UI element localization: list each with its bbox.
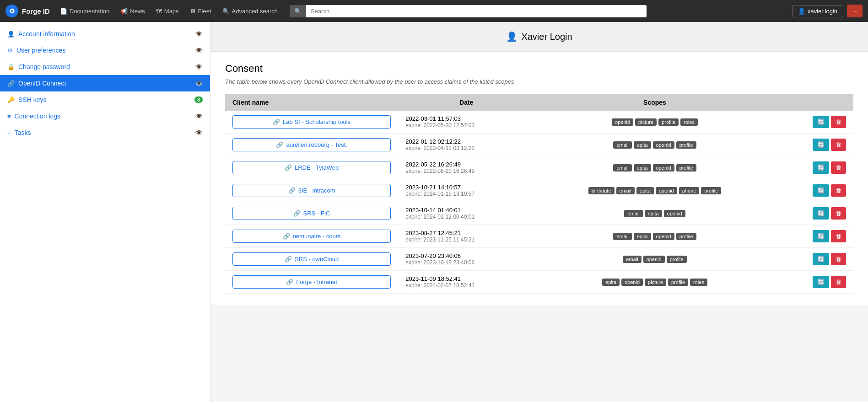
sidebar-item-openid-connect[interactable]: 🔗 OpenID Connect 👁️ (0, 75, 210, 91)
brand[interactable]: ⚙ Forge ID (5, 5, 50, 17)
delete-consent-button[interactable]: 🗑 (831, 139, 846, 151)
scopes-cell: emailopenidprofile (534, 248, 775, 271)
eye-icon: 👁️ (195, 80, 203, 87)
scope-badge: email (624, 210, 642, 217)
scope-badge: epita (636, 187, 654, 194)
date-expire: expire: 2024-01-19 13:10:57 (405, 191, 527, 197)
delete-consent-button[interactable]: 🗑 (831, 207, 846, 220)
search-icon-button[interactable]: 🔍 (290, 5, 306, 17)
refresh-token-button[interactable]: 🔄 (813, 116, 829, 128)
delete-consent-button[interactable]: 🗑 (831, 230, 846, 242)
client-button[interactable]: 🔗SRS - FIC (232, 207, 391, 220)
eye-icon: 👁️ (195, 30, 203, 38)
user-button[interactable]: 👤 xavier.login (792, 5, 843, 17)
maps-icon: 🗺 (156, 8, 162, 15)
logout-button[interactable]: → (847, 5, 863, 17)
refresh-token-button[interactable]: 🔄 (813, 184, 829, 197)
client-button[interactable]: 🔗SRS - ownCloud (232, 252, 391, 266)
scopes-cell: birthdateemailepitaopenidphoneprofile (534, 179, 775, 202)
scope-badge: epita (645, 210, 662, 217)
scope-badge: email (613, 141, 631, 149)
date-cell: 2023-10-14 01:40:01expire: 2024-01-12 00… (398, 202, 534, 225)
delete-consent-button[interactable]: 🗑 (831, 161, 846, 174)
scope-badge: email (613, 164, 631, 172)
date-main: 2023-10-21 14:10:57 (405, 184, 527, 191)
nav-documentation[interactable]: 📄 Documentation (55, 6, 114, 16)
sidebar: 👤 Account information 👁️ ⚙ User preferen… (0, 22, 210, 402)
ssh-badge: 8 (194, 96, 203, 103)
client-link-icon: 🔗 (276, 141, 283, 148)
client-cell: 🔗SRS - FIC (225, 202, 398, 225)
client-button[interactable]: 🔗Lab SI - Scholarship tools (232, 115, 391, 129)
scopes-cell: emailepitaopenidprofile (534, 134, 775, 156)
nav-maps[interactable]: 🗺 Maps (151, 6, 183, 16)
client-link-icon: 🔗 (293, 210, 301, 217)
delete-consent-button[interactable]: 🗑 (831, 116, 846, 128)
scope-badge: profile (701, 187, 721, 194)
client-button[interactable]: 🔗LRDE - TylaWeb (232, 161, 391, 174)
delete-consent-button[interactable]: 🗑 (831, 253, 846, 265)
eye-icon: 👁️ (195, 113, 203, 120)
openid-icon: 🔗 (7, 80, 15, 87)
refresh-token-button[interactable]: 🔄 (813, 253, 829, 265)
date-expire: expire: 2023-10-18 23:40:06 (405, 259, 527, 266)
sidebar-item-change-password[interactable]: 🔒 Change password 👁️ (0, 59, 210, 75)
client-button[interactable]: 🔗aurelien.rebourg - Test. (232, 138, 391, 151)
refresh-token-button[interactable]: 🔄 (813, 276, 829, 288)
date-main: 2023-11-09 18:52:41 (405, 275, 527, 282)
scope-badge: profile (676, 164, 696, 172)
client-link-icon: 🔗 (283, 233, 290, 240)
date-cell: 2023-11-09 18:52:41expire: 2024-02-07 18… (398, 271, 534, 294)
client-button[interactable]: 🔗3IE - intracom (232, 184, 391, 197)
user-icon: 👤 (798, 8, 805, 15)
scope-badge: openid (653, 141, 674, 149)
prefs-icon: ⚙ (7, 47, 13, 54)
table-row: 🔗LRDE - TylaWeb2022-05-22 16:26:49expire… (225, 156, 853, 179)
date-expire: expire: 2022-04-12 03:12:22 (405, 145, 527, 151)
sidebar-item-label: Tasks (15, 129, 191, 136)
refresh-token-button[interactable]: 🔄 (813, 230, 829, 242)
sidebar-item-connection-logs[interactable]: ≡ Connection logs 👁️ (0, 108, 210, 124)
col-date: Date (398, 94, 534, 111)
delete-consent-button[interactable]: 🗑 (831, 184, 846, 197)
actions-cell: 🔄🗑 (775, 134, 853, 156)
date-cell: 2022-03-01 11:57:03expire: 2022-05-30 12… (398, 111, 534, 134)
scopes-cell: openidpictureprofileroles (534, 111, 775, 134)
table-row: 🔗Lab SI - Scholarship tools2022-03-01 11… (225, 111, 853, 134)
delete-consent-button[interactable]: 🗑 (831, 276, 846, 288)
refresh-token-button[interactable]: 🔄 (813, 139, 829, 151)
search-input[interactable] (306, 5, 647, 17)
scope-badge: email (623, 256, 641, 263)
sidebar-item-label: Change password (18, 63, 191, 70)
table-row: 🔗SRS - FIC2023-10-14 01:40:01expire: 202… (225, 202, 853, 225)
scopes-cell: emailepitaopenid (534, 202, 775, 225)
client-cell: 🔗LRDE - TylaWeb (225, 156, 398, 179)
nav-advanced-search[interactable]: 🔍 Advanced search (218, 6, 282, 16)
nav-news[interactable]: 📢 News (116, 6, 150, 16)
refresh-token-button[interactable]: 🔄 (813, 161, 829, 174)
sidebar-item-ssh-keys[interactable]: 🔑 SSH keys 8 (0, 91, 210, 108)
consent-description: The table below shows every OpenID Conne… (225, 78, 853, 85)
sidebar-item-label: User preferences (16, 47, 191, 54)
search-link-icon: 🔍 (222, 8, 230, 15)
sidebar-item-label: Connection logs (15, 113, 191, 120)
navbar-right: 👤 xavier.login → (792, 5, 863, 17)
nav-fleet[interactable]: 🖥 Fleet (185, 6, 216, 16)
refresh-token-button[interactable]: 🔄 (813, 207, 829, 220)
date-cell: 2023-10-21 14:10:57expire: 2024-01-19 13… (398, 179, 534, 202)
sidebar-item-account-information[interactable]: 👤 Account information 👁️ (0, 26, 210, 42)
sidebar-item-user-preferences[interactable]: ⚙ User preferences 👁️ (0, 42, 210, 59)
client-link-icon: 🔗 (273, 118, 280, 125)
eye-icon: 👁️ (195, 47, 203, 54)
table-row: 🔗SRS - ownCloud2023-07-20 23:40:06expire… (225, 248, 853, 271)
content-area: 👤 Xavier Login Consent The table below s… (210, 22, 868, 402)
scope-badge: email (616, 187, 635, 194)
fleet-icon: 🖥 (190, 8, 196, 15)
scope-badge: roles (680, 118, 698, 126)
client-button[interactable]: 🔗Forge - Intranet (232, 275, 391, 289)
doc-icon: 📄 (60, 8, 67, 15)
client-name: Forge - Intranet (296, 279, 337, 285)
client-button[interactable]: 🔗nemunaire - cours (232, 230, 391, 243)
sidebar-item-tasks[interactable]: ≡ Tasks 👁️ (0, 124, 210, 141)
scopes-cell: emailepitaopenidprofile (534, 156, 775, 179)
